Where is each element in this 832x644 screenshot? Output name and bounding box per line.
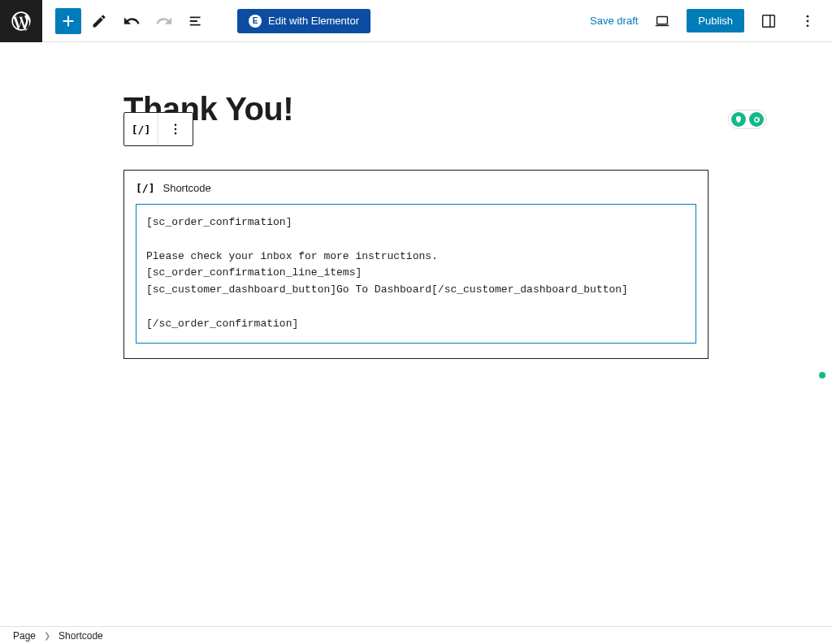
- elementor-label: Edit with Elementor: [268, 15, 359, 27]
- elementor-icon: E: [249, 15, 262, 28]
- chevron-right-icon: ❯: [44, 631, 50, 640]
- block-toolbar: [/]: [124, 112, 193, 146]
- editor-canvas: Thank You! [/] [/] Shortcode: [0, 42, 832, 359]
- breadcrumb-root[interactable]: Page: [13, 630, 36, 642]
- wordpress-logo-button[interactable]: [0, 0, 42, 42]
- list-view-icon: [188, 12, 206, 30]
- more-vertical-icon: [800, 13, 816, 29]
- save-draft-button[interactable]: Save draft: [590, 15, 638, 27]
- page-title[interactable]: Thank You!: [124, 91, 708, 128]
- grammarly-shield-icon: [731, 112, 746, 127]
- breadcrumb-current[interactable]: Shortcode: [58, 630, 103, 642]
- laptop-icon: [653, 12, 671, 30]
- block-type-button[interactable]: [/]: [124, 113, 158, 145]
- pencil-icon: [91, 13, 107, 29]
- toolbar-right: Save draft Publish: [590, 6, 832, 36]
- shortcode-icon: [/]: [136, 182, 154, 194]
- top-toolbar: E Edit with Elementor Save draft Publish: [0, 0, 832, 42]
- shortcode-textarea[interactable]: [136, 204, 696, 344]
- undo-icon: [123, 12, 141, 30]
- block-breadcrumb: Page ❯ Shortcode: [0, 626, 832, 644]
- shortcode-block-label: Shortcode: [162, 182, 210, 194]
- preview-button[interactable]: [648, 6, 677, 36]
- toolbar-left: E Edit with Elementor: [42, 6, 370, 36]
- redo-button: [150, 6, 179, 36]
- editor-content: Thank You! [/] [/] Shortcode: [124, 91, 708, 359]
- svg-point-3: [807, 15, 809, 17]
- shortcode-icon: [/]: [132, 123, 150, 136]
- undo-button[interactable]: [117, 6, 146, 36]
- redo-icon: [155, 12, 173, 30]
- svg-point-5: [807, 24, 809, 27]
- sidebar-icon: [760, 12, 778, 30]
- tools-button[interactable]: [84, 6, 114, 36]
- svg-rect-0: [657, 16, 668, 24]
- shortcode-block-header: [/] Shortcode: [136, 182, 696, 194]
- svg-point-4: [807, 19, 809, 22]
- edit-with-elementor-button[interactable]: E Edit with Elementor: [237, 9, 370, 33]
- grammarly-widget[interactable]: [728, 110, 767, 129]
- wordpress-icon: [10, 10, 32, 32]
- shortcode-block[interactable]: [/] Shortcode: [124, 170, 708, 359]
- settings-sidebar-button[interactable]: [754, 6, 783, 36]
- grammarly-g-icon: [749, 112, 764, 127]
- svg-point-7: [175, 128, 176, 130]
- more-vertical-icon: [168, 122, 183, 136]
- svg-point-8: [175, 132, 176, 134]
- svg-rect-1: [763, 15, 775, 27]
- svg-point-6: [175, 124, 176, 126]
- document-overview-button[interactable]: [182, 6, 211, 36]
- grammarly-status-dot[interactable]: [819, 372, 826, 378]
- publish-button[interactable]: Publish: [687, 9, 744, 32]
- add-block-button[interactable]: [55, 8, 81, 34]
- plus-icon: [59, 12, 77, 30]
- options-button[interactable]: [793, 6, 822, 36]
- block-more-options-button[interactable]: [158, 113, 193, 145]
